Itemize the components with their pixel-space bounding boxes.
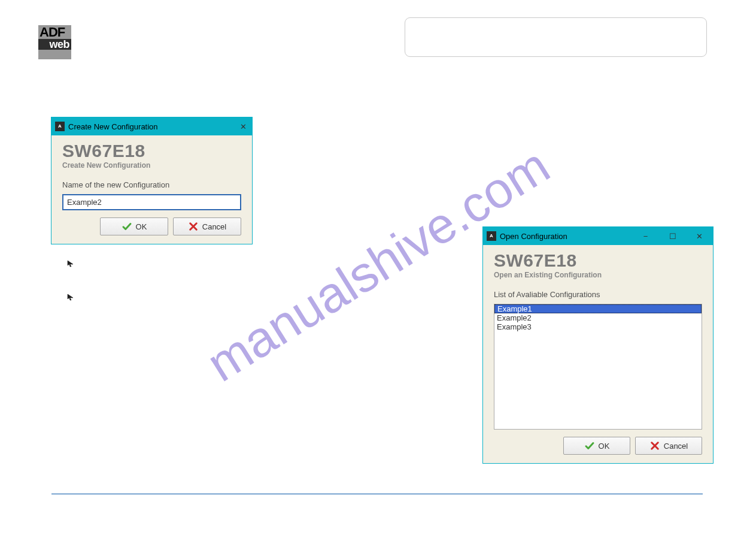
create-dialog-subheading: Create New Configuration bbox=[62, 161, 241, 170]
logo-text-top: ADF bbox=[38, 25, 71, 39]
ok-label: OK bbox=[136, 222, 147, 231]
app-icon: A bbox=[55, 122, 65, 131]
footer-separator bbox=[51, 494, 703, 494]
list-item[interactable]: Example1 bbox=[494, 304, 702, 313]
svg-marker-1 bbox=[68, 294, 73, 300]
adf-web-logo: ADF web bbox=[38, 25, 71, 59]
bullet-item bbox=[67, 292, 77, 300]
create-dialog-titlebar[interactable]: A Create New Configuration ✕ bbox=[51, 117, 252, 135]
cross-icon bbox=[188, 221, 199, 232]
open-list-label: List of Avaliable Configurations bbox=[494, 290, 702, 299]
pointer-icon bbox=[67, 292, 74, 300]
create-dialog-title: Create New Configuration bbox=[68, 122, 158, 131]
create-dialog-buttons: OK Cancel bbox=[62, 217, 241, 235]
cross-icon bbox=[649, 440, 660, 451]
configuration-name-input[interactable] bbox=[62, 194, 241, 210]
create-configuration-dialog: A Create New Configuration ✕ SW67E18 Cre… bbox=[51, 117, 253, 244]
open-dialog-subheading: Open an Existing Configuration bbox=[494, 271, 702, 279]
open-dialog-title: Open Configuration bbox=[500, 232, 567, 241]
open-dialog-body: SW67E18 Open an Existing Configuration L… bbox=[483, 245, 713, 463]
ok-button[interactable]: OK bbox=[563, 437, 630, 455]
logo-text-bottom: web bbox=[38, 39, 71, 50]
bullet-item bbox=[67, 259, 77, 266]
ok-label: OK bbox=[599, 442, 610, 451]
open-configuration-dialog: A Open Configuration − ☐ ✕ SW67E18 Open … bbox=[482, 226, 714, 464]
info-box bbox=[405, 17, 707, 57]
open-dialog-titlebar[interactable]: A Open Configuration − ☐ ✕ bbox=[483, 227, 713, 245]
check-icon bbox=[584, 440, 595, 451]
cancel-button[interactable]: Cancel bbox=[635, 437, 702, 455]
list-item[interactable]: Example2 bbox=[494, 313, 702, 322]
create-dialog-body: SW67E18 Create New Configuration Name of… bbox=[51, 135, 252, 244]
configurations-listbox[interactable]: Example1 Example2 Example3 bbox=[494, 304, 702, 430]
app-icon: A bbox=[487, 231, 496, 241]
create-dialog-heading: SW67E18 bbox=[62, 142, 241, 160]
cancel-button[interactable]: Cancel bbox=[173, 217, 241, 235]
page-root: { "logo": { "top": "ADF", "bottom": "web… bbox=[0, 0, 756, 535]
open-dialog-buttons: OK Cancel bbox=[494, 437, 702, 455]
list-item[interactable]: Example3 bbox=[494, 322, 702, 331]
cancel-label: Cancel bbox=[664, 442, 688, 451]
svg-marker-0 bbox=[68, 261, 73, 267]
close-icon[interactable]: ✕ bbox=[234, 117, 252, 135]
create-field-label: Name of the new Configuration bbox=[62, 180, 241, 189]
bullet-list bbox=[67, 259, 77, 326]
pointer-icon bbox=[67, 259, 74, 266]
cancel-label: Cancel bbox=[202, 222, 226, 231]
maximize-icon[interactable]: ☐ bbox=[659, 227, 686, 245]
minimize-icon[interactable]: − bbox=[632, 227, 659, 245]
open-dialog-heading: SW67E18 bbox=[494, 252, 702, 270]
close-icon[interactable]: ✕ bbox=[686, 227, 713, 245]
check-icon bbox=[122, 221, 132, 232]
ok-button[interactable]: OK bbox=[100, 217, 168, 235]
